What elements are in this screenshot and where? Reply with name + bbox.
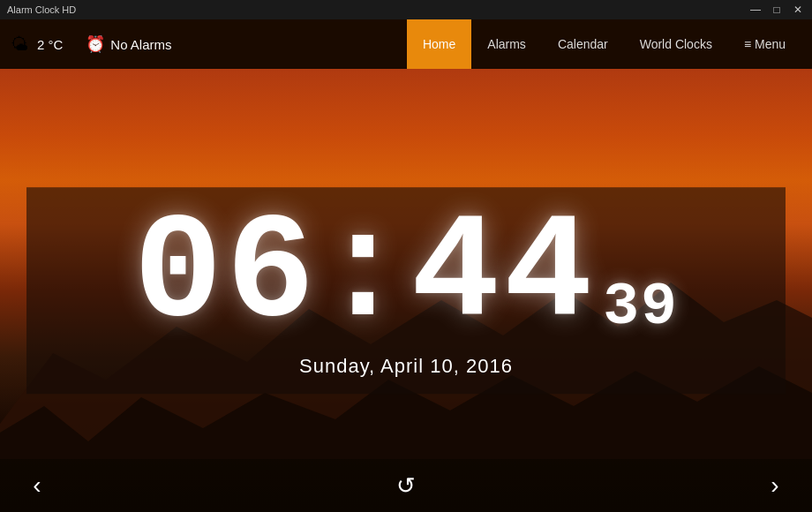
minimize-button[interactable]: —: [748, 4, 763, 16]
maximize-button[interactable]: □: [770, 4, 784, 16]
weather-icon: 🌤: [11, 34, 28, 55]
clock-hours: 06: [133, 191, 319, 358]
nav-menu-button[interactable]: ≡ Menu: [728, 19, 801, 69]
clock-minutes: 44: [411, 191, 597, 358]
nav-left: 🌤 2 °C ⏰ No Alarms: [11, 34, 407, 55]
weather-temp: 2 °C: [37, 37, 63, 52]
clock-date: Sunday, April 10, 2016: [299, 355, 513, 378]
alarm-icon: ⏰: [86, 34, 105, 54]
main-content: 06:44 39 Sunday, April 10, 2016 ‹ ↺ ›: [0, 69, 812, 512]
navbar: 🌤 2 °C ⏰ No Alarms Home Alarms Calendar …: [0, 19, 812, 69]
nav-world-clocks-button[interactable]: World Clocks: [624, 19, 728, 69]
nav-home-button[interactable]: Home: [407, 19, 471, 69]
nav-right: Home Alarms Calendar World Clocks ≡ Menu: [407, 19, 801, 69]
refresh-button[interactable]: ↺: [396, 472, 416, 500]
clock-time: 06:44: [133, 205, 596, 346]
nav-calendar-button[interactable]: Calendar: [542, 19, 624, 69]
clock-colon: :: [319, 191, 411, 358]
nav-alarms-button[interactable]: Alarms: [471, 19, 542, 69]
clock-panel: 06:44 39 Sunday, April 10, 2016: [26, 187, 786, 394]
titlebar: Alarm Clock HD — □ ✕: [0, 0, 812, 19]
bottom-controls: ‹ ↺ ›: [0, 459, 812, 512]
app-title: Alarm Clock HD: [7, 4, 76, 15]
close-button[interactable]: ✕: [791, 4, 805, 16]
prev-button[interactable]: ‹: [18, 466, 56, 505]
next-button[interactable]: ›: [756, 466, 794, 505]
alarm-section: ⏰ No Alarms: [86, 34, 171, 54]
clock-display: 06:44 39: [133, 205, 679, 346]
clock-seconds: 39: [603, 277, 679, 337]
alarm-status: No Alarms: [110, 37, 171, 52]
window-controls: — □ ✕: [748, 4, 805, 16]
